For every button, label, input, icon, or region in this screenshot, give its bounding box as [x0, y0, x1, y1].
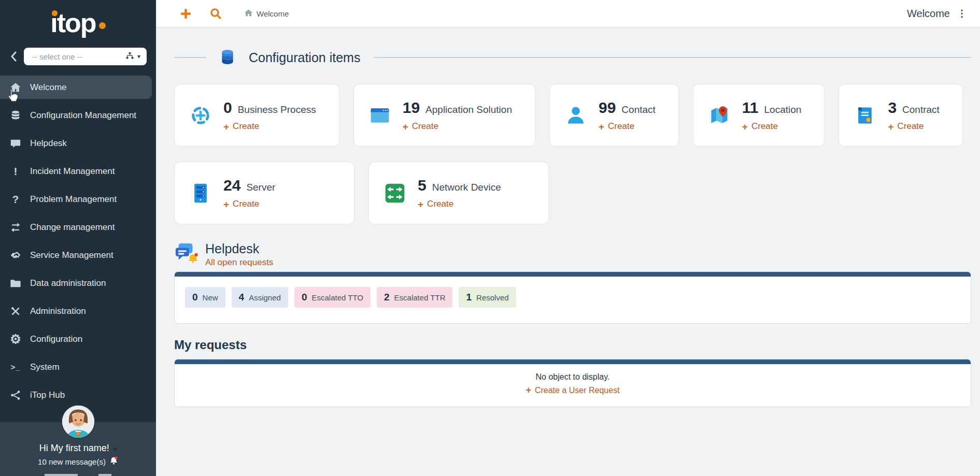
- create-location-link[interactable]: + Create: [742, 121, 802, 132]
- main-content: Configuration items 0 Business Process +…: [156, 46, 980, 407]
- create-contract-link[interactable]: + Create: [888, 121, 940, 132]
- create-label: Create: [751, 121, 778, 132]
- database-icon: [219, 48, 236, 67]
- sidebar-item-data-administration[interactable]: Data administration: [0, 271, 152, 295]
- share-icon: [7, 390, 24, 401]
- avatar[interactable]: [61, 405, 95, 439]
- card-count[interactable]: 3: [888, 99, 897, 117]
- card-count[interactable]: 5: [418, 177, 427, 194]
- network-device-icon: [384, 182, 406, 205]
- all-open-requests-link[interactable]: All open requests: [205, 257, 273, 268]
- helpdesk-panel: 0 New 4 Assigned 0 Escalated TTO 2 Escal…: [174, 271, 971, 324]
- plus-icon: +: [403, 122, 408, 132]
- create-contact-link[interactable]: + Create: [599, 121, 656, 132]
- app-logo[interactable]: itop: [0, 0, 156, 45]
- sidebar-item-label: Welcome: [30, 82, 67, 93]
- badge-assigned[interactable]: 4 Assigned: [232, 287, 288, 308]
- bell-icon: [109, 456, 118, 467]
- badge-escalated-ttr[interactable]: 2 Escalated TTR: [377, 287, 453, 308]
- sidebar-item-label: Configuration: [30, 334, 82, 344]
- sidebar-item-change-management[interactable]: Change management: [0, 215, 152, 239]
- sidebar-item-label: Administration: [30, 306, 86, 316]
- sidebar-item-administration[interactable]: Administration: [0, 299, 152, 323]
- card-label[interactable]: Location: [764, 104, 802, 116]
- card-label[interactable]: Contract: [902, 104, 940, 116]
- gear-icon: ⚙: [7, 332, 24, 347]
- sidebar-item-configuration-management[interactable]: Configuration Management: [0, 104, 152, 127]
- card-label[interactable]: Application Solution: [425, 104, 512, 116]
- user-greeting[interactable]: Hi My first name!▾: [0, 443, 156, 454]
- plus-icon: +: [525, 385, 531, 396]
- tools-icon: [7, 306, 24, 317]
- badge-new[interactable]: 0 New: [185, 287, 225, 308]
- sidebar-item-label: System: [30, 362, 60, 372]
- contact-icon: [564, 104, 587, 127]
- badge-count: 0: [192, 292, 198, 303]
- plus-icon: +: [418, 199, 423, 209]
- quick-create-button[interactable]: [180, 8, 192, 20]
- card-count[interactable]: 99: [599, 99, 616, 117]
- badge-escalated-tto[interactable]: 0 Escalated TTO: [294, 287, 371, 308]
- logo-dot-icon: [99, 22, 106, 29]
- breadcrumb[interactable]: Welcome: [245, 9, 289, 18]
- business-process-icon: [189, 104, 212, 127]
- helpdesk-icon: [174, 242, 198, 268]
- database-icon: [7, 110, 24, 121]
- new-messages[interactable]: 10 new message(s): [0, 456, 156, 467]
- folder-icon: [7, 278, 24, 289]
- org-chart-icon: [126, 52, 134, 61]
- sidebar-item-label: Service Management: [30, 250, 113, 261]
- ci-card-business-process: 0 Business Process + Create: [174, 84, 339, 147]
- search-icon[interactable]: [209, 7, 222, 20]
- ci-card-server: 24 Server + Create: [174, 162, 354, 224]
- card-label[interactable]: Business Process: [238, 104, 316, 116]
- organization-select[interactable]: -- select one -- ▾: [24, 48, 147, 65]
- section-title: Configuration items: [249, 50, 360, 65]
- sidebar-user-area: Hi My first name!▾ 10 new message(s): [0, 422, 156, 476]
- sidebar-item-label: Change management: [30, 222, 115, 233]
- create-user-request-link[interactable]: + Create a User Request: [525, 385, 619, 396]
- server-icon: [189, 182, 212, 205]
- badge-count: 4: [239, 292, 245, 303]
- card-label[interactable]: Network Device: [432, 182, 501, 193]
- sidebar-item-configuration[interactable]: ⚙ Configuration: [0, 327, 152, 351]
- kebab-menu-icon[interactable]: ⋮: [957, 9, 967, 18]
- sidebar-menu: Welcome Configuration Management Helpdes…: [0, 76, 156, 407]
- plus-icon: +: [599, 122, 604, 132]
- handshake-icon: [7, 250, 24, 261]
- sidebar-item-incident-management[interactable]: ! Incident Management: [0, 160, 152, 183]
- create-server-link[interactable]: + Create: [223, 199, 275, 209]
- chevron-down-icon: ▾: [137, 53, 140, 60]
- home-icon: [245, 9, 252, 18]
- badge-label: Escalated TTO: [311, 293, 363, 302]
- badge-label: Resolved: [476, 293, 509, 302]
- comment-icon: [7, 138, 24, 149]
- sidebar-item-service-management[interactable]: Service Management: [0, 243, 152, 267]
- card-label[interactable]: Server: [246, 182, 275, 193]
- plus-icon: +: [223, 122, 229, 132]
- create-application-solution-link[interactable]: + Create: [403, 121, 512, 132]
- card-label[interactable]: Contact: [621, 104, 655, 116]
- sidebar-item-label: Problem Management: [30, 194, 117, 205]
- sidebar-item-itop-hub[interactable]: iTop Hub: [0, 383, 152, 407]
- card-count[interactable]: 19: [403, 99, 420, 117]
- card-count[interactable]: 0: [223, 99, 232, 117]
- card-count[interactable]: 24: [223, 177, 240, 194]
- create-business-process-link[interactable]: + Create: [223, 121, 316, 132]
- sidebar-item-system[interactable]: >_ System: [0, 355, 152, 379]
- organization-select-placeholder: -- select one --: [32, 52, 126, 61]
- sidebar-item-problem-management[interactable]: ? Problem Management: [0, 187, 152, 211]
- sidebar-collapse-button[interactable]: [6, 51, 21, 62]
- question-icon: ?: [7, 193, 24, 206]
- create-network-device-link[interactable]: + Create: [418, 199, 501, 209]
- card-count[interactable]: 11: [742, 99, 759, 117]
- sidebar: itop -- select one -- ▾ Welcome Configur…: [0, 0, 156, 476]
- my-requests-title: My requests: [174, 338, 971, 352]
- sidebar-item-welcome[interactable]: Welcome: [0, 76, 152, 99]
- plus-icon: +: [742, 122, 748, 132]
- badge-count: 0: [302, 292, 307, 303]
- badge-count: 1: [466, 292, 472, 303]
- badge-resolved[interactable]: 1 Resolved: [459, 287, 516, 308]
- sidebar-item-helpdesk[interactable]: Helpdesk: [0, 132, 152, 155]
- divider: [374, 57, 971, 58]
